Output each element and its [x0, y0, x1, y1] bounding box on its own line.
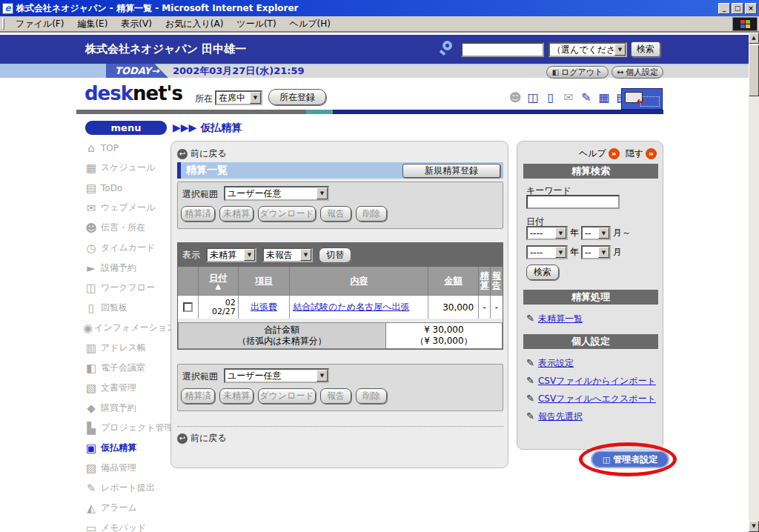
minimize-button[interactable]: _ — [718, 3, 730, 14]
sidebar-item-conference[interactable]: ◧電子会議室 — [76, 358, 174, 378]
chevron-down-icon[interactable]: ▼ — [300, 249, 311, 261]
sidebar-item-schedule[interactable]: ▦スケジュール — [76, 158, 174, 178]
amount-column-header[interactable]: 金額 — [428, 267, 479, 295]
search-target-select[interactable]: （選んでください） ▼ — [548, 42, 627, 57]
report-button[interactable]: 報告 — [320, 206, 351, 222]
scroll-down-button[interactable]: ▼ — [749, 521, 759, 532]
sidebar-item-equipment[interactable]: ▨備品管理 — [76, 458, 174, 478]
back-link-bottom[interactable]: ↩ 前に戻る — [177, 432, 227, 445]
switch-button[interactable]: 切替 — [319, 247, 351, 263]
chevron-down-icon[interactable]: ▼ — [316, 187, 328, 199]
table-icon[interactable]: ▦ — [597, 91, 611, 104]
row-description-link[interactable]: 結合試験のため名古屋へ出張 — [293, 301, 409, 313]
mail-icon[interactable]: ✉ — [562, 91, 575, 104]
close-button[interactable]: × — [745, 3, 757, 14]
window-switcher-icon[interactable]: ↩ — [621, 88, 663, 110]
date-column-header[interactable]: 日付 ▲ — [199, 267, 239, 295]
presence-select[interactable]: 在席中 ▼ — [215, 90, 262, 105]
report-target-link[interactable]: 報告先選択 — [538, 411, 583, 422]
chevron-down-icon[interactable]: ▼ — [598, 227, 609, 239]
report-button-bottom[interactable]: 報告 — [320, 388, 351, 404]
sidebar-item-information[interactable]: ◉インフォメーション — [76, 318, 174, 338]
sidebar-item-top[interactable]: ⌂TOP — [76, 138, 174, 158]
hide-link[interactable]: 隠す — [626, 147, 643, 160]
settled-button[interactable]: 精算済 — [181, 206, 215, 222]
unsettled-button-bottom[interactable]: 未精算 — [219, 388, 253, 404]
panel-search-button[interactable]: 検索 — [526, 265, 559, 280]
display-settings-link[interactable]: 表示設定 — [538, 358, 574, 368]
keyword-input[interactable] — [526, 195, 620, 209]
menu-edit[interactable]: 編集(E) — [70, 16, 114, 32]
csv-export-link[interactable]: CSVファイルへエクスポート — [538, 393, 656, 404]
admin-settings-button[interactable]: ◫ 管理者設定 — [591, 450, 669, 468]
notepad-icon[interactable]: ▯ — [544, 91, 557, 104]
new-settlement-button[interactable]: 新規精算登録 — [402, 164, 500, 178]
menu-favorites[interactable]: お気に入り(A) — [159, 16, 230, 32]
scroll-up-button[interactable]: ▲ — [749, 33, 759, 44]
settled-column-header[interactable]: 精算 — [479, 267, 491, 295]
menu-tools[interactable]: ツール(T) — [230, 16, 282, 32]
toolbar-grip[interactable] — [2, 18, 4, 30]
scrollbar-thumb[interactable] — [749, 44, 759, 96]
delete-button-bottom[interactable]: 削除 — [356, 388, 387, 404]
chevron-down-icon[interactable]: ▼ — [250, 92, 261, 104]
sidebar-item-circular[interactable]: ▯回覧板 — [76, 298, 174, 318]
delete-button[interactable]: 削除 — [356, 206, 387, 222]
reported-column-header[interactable]: 報告 — [491, 267, 503, 295]
help-chevron-icon[interactable]: » — [609, 148, 620, 159]
sidebar-item-project[interactable]: ▙プロジェクト管理 — [76, 418, 174, 438]
personal-settings-button[interactable]: ↔ 個人設定 — [611, 66, 663, 79]
sidebar-item-workflow[interactable]: ◫ワークフロー — [76, 278, 174, 298]
row-item-link[interactable]: 出張費 — [251, 301, 277, 313]
sidebar-item-facility[interactable]: ►設備予約 — [76, 258, 174, 278]
sidebar-item-report[interactable]: ✎レポート提出 — [76, 478, 174, 498]
restore-button[interactable]: □ — [732, 3, 743, 14]
menu-help[interactable]: ヘルプ(H) — [283, 16, 337, 32]
sidebar-item-alarm[interactable]: ◭アラーム — [76, 498, 174, 518]
from-year-select[interactable]: ----▼ — [526, 226, 568, 240]
sidebar-item-memopad[interactable]: ▭メモパッド — [76, 518, 174, 532]
hide-chevron-icon[interactable]: » — [646, 148, 657, 159]
sidebar-item-documents[interactable]: ▧文書管理 — [76, 378, 174, 398]
network-icon[interactable]: ◫ — [526, 91, 540, 104]
range-select-bottom[interactable]: ユーザー任意 ▼ — [224, 368, 329, 383]
edit-document-icon[interactable]: ✎ — [580, 91, 593, 104]
settle-filter-select[interactable]: 未精算 ▼ — [206, 247, 256, 262]
vertical-scrollbar[interactable]: ▲ ▼ — [749, 33, 759, 532]
menu-file[interactable]: ファイル(F) — [9, 16, 70, 32]
report-filter-select[interactable]: 未報告 ▼ — [262, 247, 313, 262]
row-checkbox[interactable] — [183, 302, 193, 312]
chevron-down-icon[interactable]: ▼ — [244, 249, 255, 261]
csv-import-link[interactable]: CSVファイルからインポート — [538, 376, 656, 386]
sidebar-item-todo[interactable]: ▤ToDo — [76, 178, 174, 198]
chevron-down-icon[interactable]: ▼ — [555, 227, 566, 239]
sidebar-item-timecard[interactable]: ◷タイムカード — [76, 238, 174, 258]
sidebar-item-webmail[interactable]: ✉ウェブメール — [76, 198, 174, 218]
global-search-input[interactable] — [461, 42, 544, 57]
global-search-button[interactable]: 検索 — [631, 41, 660, 57]
chevron-down-icon[interactable]: ▼ — [316, 370, 328, 382]
back-link-top[interactable]: ↩ 前に戻る — [177, 147, 227, 160]
download-button[interactable]: ダウンロード — [258, 206, 316, 222]
sidebar-item-purchase[interactable]: ◆購買予約 — [76, 398, 174, 418]
item-column-header[interactable]: 項目 — [239, 267, 291, 295]
menu-view[interactable]: 表示(V) — [114, 16, 159, 32]
sidebar-item-addressbook[interactable]: ▥アドレス帳 — [76, 338, 174, 358]
download-button-bottom[interactable]: ダウンロード — [258, 388, 316, 404]
sidebar-item-expense-settlement[interactable]: ▣仮払精算 — [76, 438, 174, 458]
content-column-header[interactable]: 内容 — [290, 267, 428, 295]
menu-pill[interactable]: menu — [85, 121, 167, 135]
chevron-down-icon[interactable]: ▼ — [598, 247, 609, 258]
help-link[interactable]: ヘルプ — [579, 147, 606, 160]
to-year-select[interactable]: ----▼ — [526, 245, 568, 259]
range-select[interactable]: ユーザー任意 ▼ — [224, 186, 329, 201]
to-month-select[interactable]: --▼ — [581, 245, 611, 259]
sidebar-item-message-presence[interactable]: ☻伝言・所在 — [76, 218, 174, 238]
from-month-select[interactable]: --▼ — [581, 226, 611, 240]
settled-button-bottom[interactable]: 精算済 — [181, 388, 215, 404]
presence-register-button[interactable]: 所在登録 — [268, 89, 326, 105]
unsettled-button[interactable]: 未精算 — [219, 206, 253, 222]
logout-button[interactable]: ◧ ログアウト — [546, 66, 609, 79]
chevron-down-icon[interactable]: ▼ — [555, 247, 566, 258]
chevron-down-icon[interactable]: ▼ — [614, 44, 626, 56]
